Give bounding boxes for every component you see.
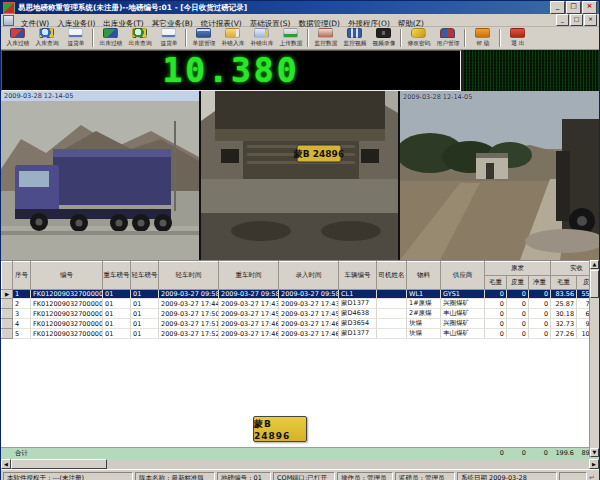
table-cell[interactable]: 5 <box>13 329 31 339</box>
horizontal-scrollbar[interactable]: ◀ ▶ <box>1 459 599 469</box>
toolbar-button-delivery-note[interactable]: 提货单 <box>154 28 183 48</box>
table-cell[interactable]: 01 <box>103 290 131 299</box>
toolbar-button-outbound-search[interactable]: 出库查询 <box>125 28 154 48</box>
table-cell[interactable]: 01 <box>131 299 159 309</box>
table-cell[interactable] <box>377 329 407 339</box>
table-cell[interactable]: 丰山煤矿 <box>441 329 485 339</box>
table-cell[interactable] <box>377 290 407 299</box>
horizontal-scroll-thumb[interactable] <box>11 459 107 469</box>
table-cell[interactable]: 2009-03-27 17:43:00 <box>279 299 339 309</box>
table-cell[interactable]: 蒙D1377 <box>339 299 377 309</box>
table-cell[interactable]: 1#原煤 <box>407 299 441 309</box>
table-cell[interactable]: 2009-03-27 17:45:00 <box>219 309 279 319</box>
row-selector-cell[interactable] <box>2 329 13 339</box>
maximize-button[interactable]: □ <box>566 1 581 14</box>
table-cell[interactable]: 0 <box>507 290 529 299</box>
table-row[interactable]: 3FK012009032700000301012009-03-27 17:50:… <box>2 309 600 319</box>
table-cell[interactable]: 0 <box>485 309 507 319</box>
table-cell[interactable]: 30.18 <box>551 309 577 319</box>
table-cell[interactable]: FK0120090327000003 <box>31 309 103 319</box>
table-cell[interactable]: 0 <box>507 329 529 339</box>
table-cell[interactable]: 2 <box>13 299 31 309</box>
table-cell[interactable]: 2009-03-27 17:45:00 <box>279 309 339 319</box>
table-cell[interactable]: 01 <box>103 299 131 309</box>
table-cell[interactable]: 蒙D1377 <box>339 329 377 339</box>
table-cell[interactable]: 兴圈煤矿 <box>441 299 485 309</box>
toolbar-button-monitor-data[interactable]: 监控数据 <box>311 28 340 48</box>
table-cell[interactable]: 2009-03-27 17:50:00 <box>159 309 219 319</box>
close-button[interactable]: × <box>582 1 597 14</box>
toolbar-button-exit[interactable]: 退 出 <box>503 28 532 48</box>
table-cell[interactable]: 块煤 <box>407 329 441 339</box>
toolbar-button-outbound-weigh[interactable]: 出库过磅 <box>96 28 125 48</box>
table-cell[interactable]: 4 <box>13 319 31 329</box>
table-cell[interactable]: 83.56 <box>551 290 577 299</box>
scroll-right-icon[interactable]: ▶ <box>589 459 599 469</box>
col-origin-tare[interactable]: 皮重 <box>507 276 529 290</box>
toolbar-button-user-manage[interactable]: 用户管理 <box>433 28 462 48</box>
col-light-scale-no[interactable]: 轻车磅号 <box>131 262 159 290</box>
minimize-button[interactable]: _ <box>550 1 565 14</box>
col-heavy-scale-no[interactable]: 重车磅号 <box>103 262 131 290</box>
toolbar-button-document-manage[interactable]: 单据管理 <box>189 28 218 48</box>
table-cell[interactable]: 0 <box>485 319 507 329</box>
col-received-gross[interactable]: 毛重 <box>551 276 577 290</box>
toolbar-button-delivery-note[interactable]: 提货单 <box>61 28 90 48</box>
toolbar-button-help[interactable]: 帮 助 <box>468 28 497 48</box>
table-cell[interactable]: 01 <box>131 309 159 319</box>
scroll-up-icon[interactable]: ▲ <box>590 260 599 269</box>
col-origin-gross[interactable]: 毛重 <box>485 276 507 290</box>
row-selector-cell[interactable] <box>2 299 13 309</box>
child-restore-button[interactable]: □ <box>570 14 583 26</box>
col-entry-time[interactable]: 录入时间 <box>279 262 339 290</box>
table-row[interactable]: ▶1FK012009032700000101012009-03-27 09:58… <box>2 290 600 299</box>
table-cell[interactable]: 2009-03-27 17:46:00 <box>219 329 279 339</box>
camera-view-left[interactable]: 2009-03-28 12-14-05 <box>1 91 199 260</box>
table-cell[interactable]: 2009-03-27 17:52:00 <box>159 329 219 339</box>
table-row[interactable]: 5FK012009032700000501012009-03-27 17:52:… <box>2 329 600 339</box>
table-cell[interactable]: 2009-03-27 09:58:00 <box>159 290 219 299</box>
table-cell[interactable]: 25.87 <box>551 299 577 309</box>
row-selector-cell[interactable] <box>2 309 13 319</box>
table-cell[interactable]: 0 <box>529 299 551 309</box>
toolbar-button-inbound-weigh[interactable]: 入库过磅 <box>3 28 32 48</box>
table-cell[interactable]: 0 <box>507 299 529 309</box>
child-minimize-button[interactable]: _ <box>556 14 569 26</box>
table-cell[interactable]: WL1 <box>407 290 441 299</box>
table-cell[interactable]: 01 <box>131 290 159 299</box>
table-cell[interactable]: FK0120090327000001 <box>31 290 103 299</box>
camera-view-center[interactable]: 蒙B 24896 <box>201 91 398 260</box>
toolbar-button-upload-data[interactable]: 上传数据 <box>276 28 305 48</box>
table-cell[interactable]: FK0120090327000002 <box>31 299 103 309</box>
table-cell[interactable]: GYS1 <box>441 290 485 299</box>
child-close-button[interactable]: × <box>584 14 597 26</box>
table-cell[interactable]: 0 <box>507 309 529 319</box>
table-row[interactable]: 2FK012009032700000201012009-03-27 17:44:… <box>2 299 600 309</box>
table-cell[interactable]: 0 <box>529 319 551 329</box>
table-cell[interactable]: 01 <box>131 319 159 329</box>
row-selector-cell[interactable] <box>2 319 13 329</box>
toolbar-button-makeup-outbound[interactable]: 补磅出库 <box>247 28 276 48</box>
table-cell[interactable]: 蒙D4638 <box>339 309 377 319</box>
toolbar-button-makeup-inbound[interactable]: 补磅入库 <box>218 28 247 48</box>
table-cell[interactable]: 0 <box>529 329 551 339</box>
table-cell[interactable]: 兴圈煤矿 <box>441 319 485 329</box>
table-cell[interactable]: 2009-03-27 17:46:00 <box>219 319 279 329</box>
table-cell[interactable]: 0 <box>529 309 551 319</box>
col-light-time[interactable]: 轻车时间 <box>159 262 219 290</box>
scroll-down-icon[interactable]: ▼ <box>590 448 599 457</box>
col-vehicle-no[interactable]: 车辆编号 <box>339 262 377 290</box>
vertical-scroll-thumb[interactable] <box>590 270 599 298</box>
col-supplier[interactable]: 供应商 <box>441 262 485 290</box>
col-driver-name[interactable]: 司机姓名 <box>377 262 407 290</box>
table-cell[interactable]: 32.73 <box>551 319 577 329</box>
table-cell[interactable]: 2009-03-27 09:58:00 <box>219 290 279 299</box>
table-cell[interactable]: 蒙D3654 <box>339 319 377 329</box>
toolbar-button-change-password[interactable]: 修改密码 <box>404 28 433 48</box>
table-cell[interactable]: 01 <box>131 329 159 339</box>
table-cell[interactable]: CL1 <box>339 290 377 299</box>
toolbar-button-monitor-video[interactable]: 监控视频 <box>340 28 369 48</box>
table-cell[interactable]: 0 <box>507 319 529 329</box>
toolbar-button-inbound-search[interactable]: 入库查询 <box>32 28 61 48</box>
table-cell[interactable]: FK0120090327000005 <box>31 329 103 339</box>
